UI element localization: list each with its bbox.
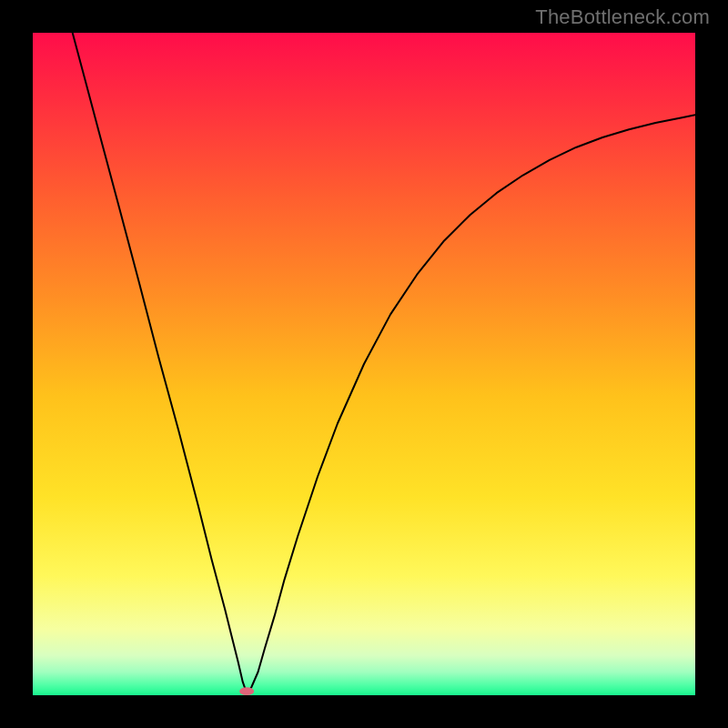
watermark-text: TheBottleneck.com (535, 5, 710, 29)
chart-svg (33, 33, 695, 695)
chart-frame: TheBottleneck.com (0, 0, 728, 728)
plot-area (33, 33, 695, 695)
optimal-point-marker (239, 687, 254, 695)
